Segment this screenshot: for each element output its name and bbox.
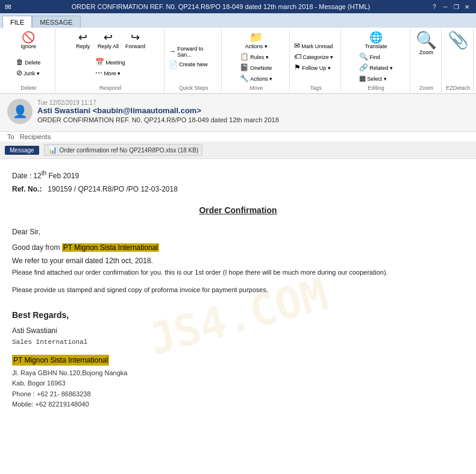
reply-label: Reply (76, 43, 90, 49)
follow-up-button[interactable]: ⚑ Follow Up ▾ (292, 63, 340, 73)
follow-up-label: Follow Up ▾ (302, 65, 331, 71)
create-new-button[interactable]: 📄 Create New (166, 60, 221, 70)
move-icon: 📁 (249, 32, 263, 43)
phone: Phone : +62 21- 86863238 (12, 389, 464, 400)
ignore-label: Ignore (21, 43, 37, 49)
translate-button[interactable]: 🌐 Translate (362, 30, 390, 51)
body-ref: Ref. No.: 190159 / QP214.R8/PO /PO 12-03… (12, 184, 464, 195)
body-date: Date : 12th Feb 2019 (12, 169, 464, 181)
tab-bar: FILE MESSAGE (0, 13, 476, 28)
tab-message[interactable]: MESSAGE (32, 16, 80, 28)
junk-label: Junk ▾ (23, 70, 40, 76)
ezdetach-button[interactable]: 📎 (445, 30, 472, 84)
sender-sign-title: Sales International (12, 337, 464, 348)
ribbon-group-delete: 🚫 Ignore 🗑 Delete ⊘ Junk ▾ Delete (2, 29, 55, 92)
onenote-button[interactable]: 📓 OneNote (237, 63, 275, 73)
email-body-content: Date : 12th Feb 2019 Ref. No.: 190159 / … (12, 169, 464, 410)
ignore-button[interactable]: 🚫 Ignore (17, 30, 39, 57)
ribbon-group-respond: ↩ Reply ↩ Reply All ↪ Forward 📅 Meeting … (57, 29, 164, 92)
company-address: Jl. Raya GBHN No.120,Bojong Nangka Kab. … (12, 368, 464, 410)
reply-all-button[interactable]: ↩ Reply All (95, 30, 122, 51)
zoom-icon: 🔍 (416, 32, 437, 49)
quicksteps-group-label: Quick Steps (179, 85, 208, 91)
reply-all-label: Reply All (98, 43, 119, 49)
select-button[interactable]: ▦ Select ▾ (357, 73, 395, 84)
delete-label: Delete (25, 60, 40, 66)
follow-up-icon: ⚑ (294, 64, 301, 71)
onenote-label: OneNote (250, 65, 272, 71)
more-label: More ▾ (104, 70, 121, 76)
find-button[interactable]: 🔍 Find (357, 52, 395, 62)
translate-icon: 🌐 (369, 32, 383, 43)
title-bar: ✉ ORDER CONFIRMATION REF. N0. QP214.R8/P… (0, 0, 476, 13)
best-regards: Best Regards, (12, 309, 464, 322)
translate-label: Translate (365, 43, 387, 49)
forward-san-icon: → (169, 48, 176, 55)
rules-button[interactable]: 📋 Rules ▾ (237, 52, 275, 62)
restore-button[interactable]: ❐ (452, 2, 460, 11)
minimize-button[interactable]: ─ (441, 2, 449, 11)
mark-unread-label: Mark Unread (301, 43, 333, 49)
message-tab[interactable]: Message (5, 146, 39, 155)
email-header: 👤 Tue 12/02/2019 11:17 Asti Swastiani <b… (0, 94, 476, 132)
dear-line: Dear Sir, (12, 226, 464, 237)
actions-button[interactable]: 🔧 Actions ▾ (237, 73, 275, 84)
help-button[interactable]: ? (430, 2, 439, 11)
tags-group-label: Tags (310, 85, 322, 91)
forward-san-label: Forward to San... (177, 46, 218, 58)
company-sign-highlight: PT Mignon Sista International (12, 355, 109, 366)
ezdetach-group-label: EZDetach (446, 85, 470, 91)
categorize-button[interactable]: 🏷 Categorize ▾ (292, 52, 340, 62)
address-line2: Kab. Bogor 16963 (12, 378, 464, 389)
meeting-button[interactable]: 📅 Meeting (93, 57, 127, 67)
reply-button[interactable]: ↩ Reply (72, 30, 94, 51)
ribbon-group-move: 📁 Actions ▾ 📋 Rules ▾ 📓 OneNote 🔧 Action… (223, 29, 290, 92)
email-subject: ORDER CONFIRMATION REF. N0. QP214.R8/PO … (37, 116, 469, 123)
email-timestamp: Tue 12/02/2019 11:17 (37, 99, 469, 106)
related-label: Related ▾ (369, 65, 393, 71)
move-button[interactable]: 📁 Actions ▾ (242, 30, 271, 51)
categorize-label: Categorize ▾ (302, 54, 333, 60)
recipients-label: Recipients (20, 133, 51, 140)
ribbon-group-editing: 🌐 Translate 🔍 Find 🔗 Related ▾ ▦ Select … (342, 29, 410, 92)
ignore-icon: 🚫 (22, 32, 35, 43)
actions-label: Actions ▾ (250, 76, 272, 82)
delete-button[interactable]: 🗑 Delete (14, 57, 43, 67)
title-bar-icon: ✉ (5, 2, 11, 11)
forward-label: Forward (125, 43, 145, 49)
forward-san-button[interactable]: → Forward to San... (166, 45, 221, 59)
meeting-label: Meeting (105, 60, 125, 66)
excel-icon: 📊 (48, 146, 57, 154)
ezdetach-icon: 📎 (448, 32, 469, 49)
ribbon-group-quicksteps: → Forward to San... 📄 Create New Quick S… (166, 29, 222, 92)
delete-group-label: Delete (20, 85, 36, 91)
meeting-icon: 📅 (95, 58, 104, 66)
onenote-icon: 📓 (240, 64, 249, 71)
close-button[interactable]: ✕ (463, 2, 471, 11)
rules-icon: 📋 (240, 53, 249, 60)
line3: Please find attached our order confirmat… (12, 267, 464, 278)
rules-label: Rules ▾ (250, 54, 269, 60)
to-line: To Recipients (0, 132, 476, 142)
more-button[interactable]: ⋯ More ▾ (93, 68, 127, 78)
find-icon: 🔍 (359, 53, 368, 60)
forward-icon: ↪ (131, 32, 140, 43)
good-day-line: Good day from PT Mignon Sista Internatio… (12, 242, 464, 253)
forward-button[interactable]: ↪ Forward (122, 30, 148, 51)
tab-file[interactable]: FILE (2, 16, 32, 28)
junk-button[interactable]: ⊘ Junk ▾ (14, 68, 43, 78)
move-group-label: Move (249, 85, 263, 91)
mobile: Mobile: +62 82219148040 (12, 399, 464, 410)
select-icon: ▦ (359, 75, 366, 82)
related-button[interactable]: 🔗 Related ▾ (357, 63, 395, 73)
zoom-button[interactable]: 🔍 Zoom (413, 30, 440, 84)
sender-info: Tue 12/02/2019 11:17 Asti Swastiani <bau… (37, 99, 469, 123)
attachment-file[interactable]: 📊 Order confirmation ref No QP214R8PO.xl… (44, 144, 203, 156)
mark-unread-button[interactable]: ✉ Mark Unread (292, 41, 340, 51)
attachment-bar: Message 📊 Order confirmation ref No QP21… (0, 142, 476, 159)
avatar: 👤 (7, 99, 33, 124)
ribbon-group-ezdetach: 📎 EZDetach (443, 29, 474, 92)
create-new-label: Create New (179, 61, 208, 67)
attachment-filename: Order confirmation ref No QP214R8PO.xlsx… (60, 147, 199, 154)
create-new-icon: 📄 (169, 61, 178, 68)
